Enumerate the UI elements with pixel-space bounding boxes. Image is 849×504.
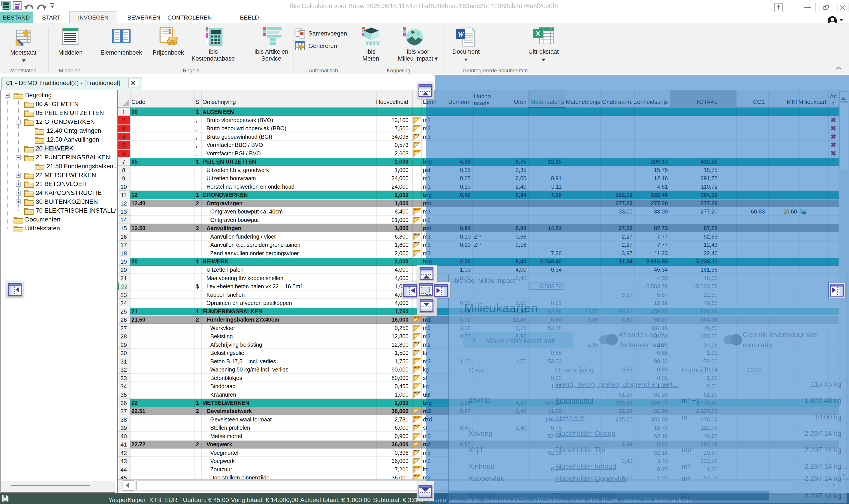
svg-text:X: X (535, 29, 541, 38)
svg-text:W: W (458, 30, 464, 38)
